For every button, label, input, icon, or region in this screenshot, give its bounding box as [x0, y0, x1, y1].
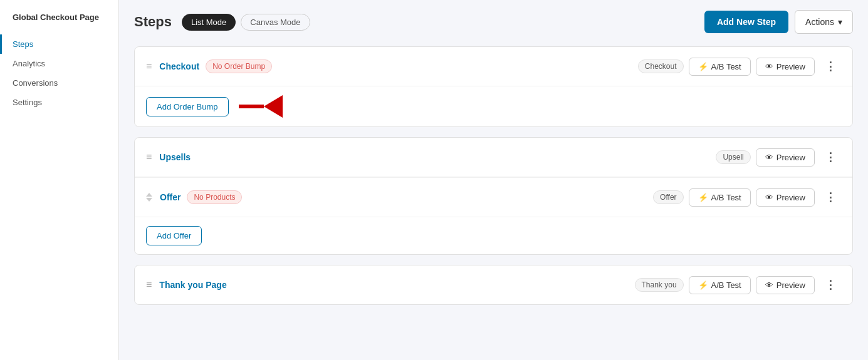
ab-test-icon-thankyou: ⚡ [698, 280, 708, 290]
preview-icon: 👁 [765, 62, 773, 71]
thankyou-more-button[interactable]: ⋮ [820, 274, 841, 296]
preview-icon-offer: 👁 [765, 193, 773, 202]
checkout-step-card: ≡ Checkout No Order Bump Checkout ⚡ A/B … [134, 46, 853, 127]
add-offer-button[interactable]: Add Offer [146, 226, 202, 245]
checkout-type-badge: Checkout [638, 59, 684, 73]
checkout-preview-button[interactable]: 👁 Preview [756, 58, 815, 76]
no-order-bump-badge: No Order Bump [206, 59, 272, 73]
sidebar-item-conversions[interactable]: Conversions [0, 73, 118, 93]
upsells-step-row: ≡ Upsells Upsell 👁 Preview ⋮ [135, 138, 852, 177]
offer-step-actions: Offer ⚡ A/B Test 👁 Preview ⋮ [653, 187, 841, 208]
app-title: Global Checkout Page [0, 13, 118, 34]
mode-toggle: List Mode Canvas Mode [182, 14, 310, 31]
checkout-ab-test-button[interactable]: ⚡ A/B Test [689, 58, 751, 76]
arrow-head [264, 95, 283, 118]
no-products-badge: No Products [187, 190, 242, 204]
offer-step-name[interactable]: Offer [160, 192, 180, 202]
sidebar-item-settings[interactable]: Settings [0, 93, 118, 112]
preview-icon-thankyou: 👁 [765, 280, 773, 290]
offer-type-badge: Offer [653, 190, 683, 204]
checkout-add-row: Add Order Bump [135, 86, 852, 126]
upsells-more-button[interactable]: ⋮ [820, 147, 841, 168]
ab-test-icon-offer: ⚡ [698, 193, 708, 202]
drag-icon-upsells: ≡ [146, 152, 152, 163]
checkout-step-actions: Checkout ⚡ A/B Test 👁 Preview ⋮ [638, 56, 841, 77]
arrow-shaft-line [239, 105, 264, 108]
thankyou-step-row: ≡ Thank you Page Thank you ⚡ A/B Test 👁 … [135, 265, 852, 304]
sidebar: Global Checkout Page Steps Analytics Con… [0, 0, 119, 360]
upsells-step-actions: Upsell 👁 Preview ⋮ [716, 147, 841, 168]
upsells-add-row: Add Offer [135, 217, 852, 254]
sidebar-item-analytics[interactable]: Analytics [0, 54, 118, 73]
checkout-more-button[interactable]: ⋮ [820, 56, 841, 77]
header-actions: Add New Step Actions ▾ [704, 10, 853, 34]
page-title: Steps [134, 14, 172, 30]
upsells-step-name[interactable]: Upsells [159, 152, 191, 162]
upsells-preview-button[interactable]: 👁 Preview [756, 148, 815, 167]
upsells-step-card: ≡ Upsells Upsell 👁 Preview ⋮ Offer [134, 137, 853, 255]
preview-icon-upsells: 👁 [765, 153, 773, 162]
checkout-step-name[interactable]: Checkout [159, 61, 199, 71]
thankyou-step-card: ≡ Thank you Page Thank you ⚡ A/B Test 👁 … [134, 265, 853, 305]
thankyou-ab-test-button[interactable]: ⚡ A/B Test [689, 276, 751, 294]
add-new-step-button[interactable]: Add New Step [704, 11, 788, 33]
drag-icon: ≡ [146, 61, 152, 72]
offer-preview-button[interactable]: 👁 Preview [756, 188, 815, 207]
checkout-step-row: ≡ Checkout No Order Bump Checkout ⚡ A/B … [135, 47, 852, 86]
offer-ab-test-button[interactable]: ⚡ A/B Test [689, 188, 751, 207]
thankyou-type-badge: Thank you [635, 278, 684, 292]
main-content: Steps List Mode Canvas Mode Add New Step… [119, 0, 868, 360]
add-order-bump-button[interactable]: Add Order Bump [146, 97, 229, 116]
sort-icon-offer[interactable] [146, 193, 152, 202]
actions-button[interactable]: Actions ▾ [795, 10, 853, 34]
thankyou-step-name[interactable]: Thank you Page [159, 280, 226, 290]
page-header: Steps List Mode Canvas Mode Add New Step… [134, 10, 853, 34]
list-mode-button[interactable]: List Mode [182, 14, 236, 31]
arrow-indicator [239, 95, 283, 118]
thankyou-preview-button[interactable]: 👁 Preview [756, 276, 815, 294]
drag-icon-thankyou: ≡ [146, 279, 152, 291]
chevron-down-icon: ▾ [838, 17, 842, 27]
upsell-type-badge: Upsell [716, 150, 750, 164]
ab-test-icon: ⚡ [698, 62, 708, 71]
sidebar-item-steps[interactable]: Steps [0, 34, 118, 54]
canvas-mode-button[interactable]: Canvas Mode [241, 14, 310, 31]
offer-sub-row: Offer No Products Offer ⚡ A/B Test 👁 Pre… [135, 177, 852, 217]
thankyou-step-actions: Thank you ⚡ A/B Test 👁 Preview ⋮ [635, 274, 841, 296]
offer-more-button[interactable]: ⋮ [820, 187, 841, 208]
